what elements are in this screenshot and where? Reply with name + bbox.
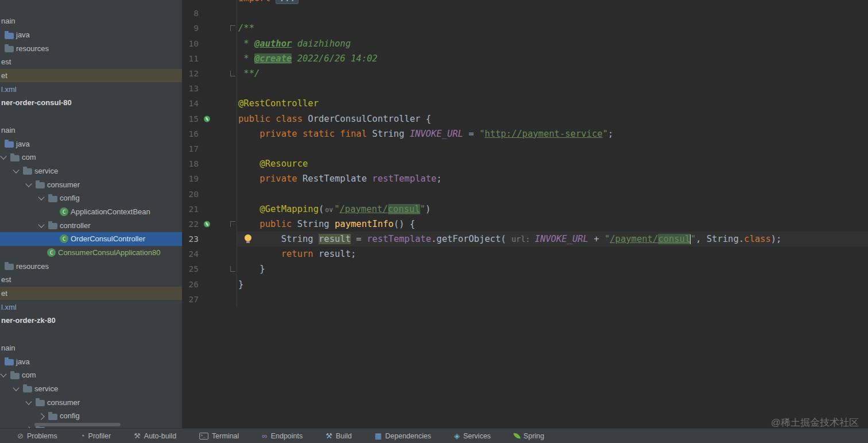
tree-horizontal-scrollbar[interactable] xyxy=(34,423,121,426)
code-line-20[interactable]: 20 xyxy=(183,186,868,201)
code-text[interactable]: * @author daizhihong xyxy=(237,36,868,51)
tree-item-consumer[interactable]: consumer xyxy=(0,178,182,191)
gutter[interactable]: 23 xyxy=(183,232,237,246)
gutter[interactable]: 18 xyxy=(183,156,237,171)
gutter[interactable]: 12 xyxy=(183,66,237,81)
gutter[interactable]: 21 xyxy=(183,202,237,217)
code-line-23[interactable]: 23 String result = restTemplate.getForOb… xyxy=(183,232,868,246)
code-text[interactable] xyxy=(237,186,868,201)
chevron-down-icon[interactable] xyxy=(13,384,19,391)
code-line-18[interactable]: 18 @Resource xyxy=(183,156,868,171)
gutter[interactable]: 27 xyxy=(183,292,237,307)
code-editor[interactable]: import ...89/**10 * @author daizhihong11… xyxy=(183,0,868,428)
navigate-url-icon[interactable]: ⊙∨ xyxy=(324,206,334,214)
code-line-15[interactable]: 15public class OrderConsulController { xyxy=(183,111,868,126)
code-line-12[interactable]: 12 **/ xyxy=(183,66,868,81)
tree-item-et[interactable]: et xyxy=(0,69,182,83)
statusbar-item-auto-build[interactable]: ⚒Auto-build xyxy=(134,432,176,440)
code-line-17[interactable]: 17 xyxy=(183,141,868,156)
code-text[interactable]: return result; xyxy=(237,246,868,261)
tree-item-est[interactable]: est xyxy=(0,55,182,69)
code-text[interactable]: import ... xyxy=(237,0,868,6)
tree-item-orderconsulcontroller[interactable]: COrderConsulController xyxy=(0,232,182,246)
tree-item-nain[interactable]: nain xyxy=(0,341,182,355)
gutter[interactable]: 13 xyxy=(183,81,237,96)
code-text[interactable] xyxy=(237,141,868,156)
code-line-14[interactable]: 14@RestController xyxy=(183,96,868,111)
chevron-down-icon[interactable] xyxy=(13,167,19,173)
tree-item-nain[interactable]: nain xyxy=(0,14,182,28)
chevron-down-icon[interactable] xyxy=(38,194,44,201)
statusbar-item-terminal[interactable]: >_Terminal xyxy=(199,432,239,440)
tree-item-est[interactable]: est xyxy=(0,273,182,287)
fold-marker[interactable] xyxy=(230,221,235,227)
code-line-9[interactable]: 9/** xyxy=(183,21,868,36)
chevron-down-icon[interactable] xyxy=(25,180,32,187)
code-text[interactable] xyxy=(237,292,868,307)
gutter[interactable] xyxy=(183,0,237,6)
code-text[interactable]: public String paymentInfo() { xyxy=(237,217,868,232)
code-text[interactable]: **/ xyxy=(237,66,868,81)
code-line-13[interactable]: 13 xyxy=(183,81,868,96)
chevron-down-icon[interactable] xyxy=(0,153,6,160)
fold-marker[interactable] xyxy=(230,71,235,76)
tree-item-ner-order-consul-80[interactable]: ner-order-consul-80 xyxy=(0,96,182,110)
tree-item-resources[interactable]: resources xyxy=(0,41,182,55)
statusbar-item-profiler[interactable]: ◔Profiler xyxy=(80,432,111,440)
tree-item-com[interactable]: com xyxy=(0,151,182,164)
chevron-right-icon[interactable] xyxy=(38,413,44,419)
code-line-24[interactable]: 24 return result; xyxy=(183,246,868,261)
statusbar-item-spring[interactable]: Spring xyxy=(514,432,544,440)
tree-item-resources[interactable]: resources xyxy=(0,259,182,273)
code-line-11[interactable]: 11 * @create 2022/6/26 14:02 xyxy=(183,51,868,66)
tree-item-service[interactable]: service xyxy=(0,164,182,178)
gutter[interactable]: 25 xyxy=(183,261,237,276)
tree-item-controller[interactable]: controller xyxy=(0,218,182,232)
tree-item-l-xml[interactable]: l.xml xyxy=(0,82,182,96)
code-text[interactable]: private RestTemplate restTemplate; xyxy=(237,171,868,186)
spring-bean-icon[interactable] xyxy=(204,115,210,122)
gutter[interactable]: 14 xyxy=(183,96,237,111)
tree-item-java[interactable]: java xyxy=(0,137,182,151)
tree-item-et[interactable]: et xyxy=(0,287,182,301)
chevron-down-icon[interactable] xyxy=(0,371,6,377)
gutter[interactable]: 19 xyxy=(183,171,237,186)
statusbar-item-build[interactable]: ⚒Build xyxy=(326,432,351,440)
gutter[interactable]: 17 xyxy=(183,141,237,156)
gutter[interactable]: 22 xyxy=(183,217,237,232)
code-line-21[interactable]: 21 @GetMapping(⊙∨"/payment/consul") xyxy=(183,202,868,217)
statusbar-item-dependencies[interactable]: ▦Dependencies xyxy=(375,432,431,440)
code-text[interactable]: /** xyxy=(237,21,868,36)
gutter[interactable]: 8 xyxy=(183,6,237,21)
code-line-10[interactable]: 10 * @author daizhihong xyxy=(183,36,868,51)
code-text[interactable]: } xyxy=(237,261,868,276)
spring-bean-icon[interactable] xyxy=(204,221,210,227)
tree-item-service[interactable]: service xyxy=(0,382,182,396)
gutter[interactable]: 20 xyxy=(183,186,237,201)
gutter[interactable]: 26 xyxy=(183,277,237,292)
fold-marker[interactable] xyxy=(230,25,235,31)
tree-item-consumerconsulapplication80[interactable]: CConsumerConsulApplication80 xyxy=(0,246,182,260)
code-text[interactable]: String result = restTemplate.getForObjec… xyxy=(237,232,868,246)
chevron-down-icon[interactable] xyxy=(25,398,32,405)
tree-item-com[interactable]: com xyxy=(0,368,182,382)
code-text[interactable]: @RestController xyxy=(237,96,868,111)
code-line-16[interactable]: 16 private static final String INVOKE_UR… xyxy=(183,126,868,141)
gutter[interactable]: 10 xyxy=(183,36,237,51)
tree-item-java[interactable]: java xyxy=(0,28,182,42)
code-line-27[interactable]: 27 xyxy=(183,292,868,307)
tree-item-config[interactable]: config xyxy=(0,191,182,205)
code-line-25[interactable]: 25 } xyxy=(183,261,868,276)
code-text[interactable]: @GetMapping(⊙∨"/payment/consul") xyxy=(237,202,868,217)
intention-bulb-icon[interactable] xyxy=(245,234,251,241)
code-line-top[interactable]: import ... xyxy=(183,0,868,6)
code-line-8[interactable]: 8 xyxy=(183,6,868,21)
tree-item-l-xml[interactable]: l.xml xyxy=(0,300,182,314)
tree-item-config[interactable]: config xyxy=(0,409,182,423)
code-line-26[interactable]: 26} xyxy=(183,277,868,292)
tree-item-consumer[interactable]: consumer xyxy=(0,395,182,409)
code-text[interactable] xyxy=(237,6,868,21)
code-text[interactable] xyxy=(237,81,868,96)
gutter[interactable]: 15 xyxy=(183,111,237,126)
code-text[interactable]: @Resource xyxy=(237,156,868,171)
